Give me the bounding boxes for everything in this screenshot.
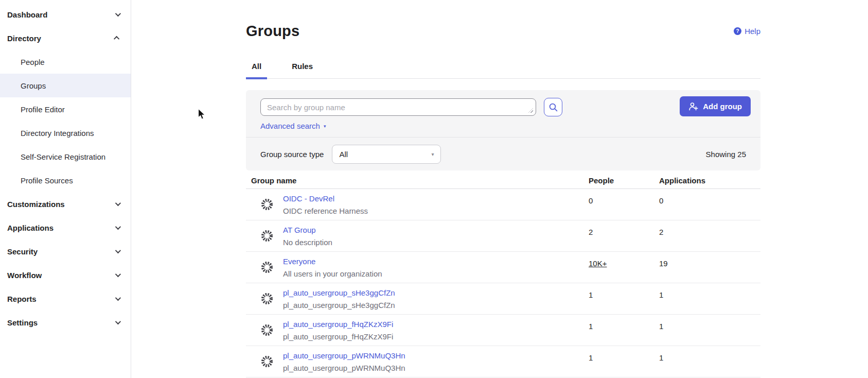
people-count-link[interactable]: 10K+ [589,259,607,268]
sidebar-item-label: Directory Integrations [21,129,94,138]
column-header-applications: Applications [659,176,760,185]
group-source-type-select[interactable]: All ▾ [332,145,441,164]
group-icon [260,292,274,305]
group-description: pl_auto_usergroup_sHe3ggCfZn [283,301,395,310]
search-button[interactable] [544,98,562,116]
filter-card: Add group Advanced search ▾ Group source… [246,90,760,170]
column-header-people: People [589,176,659,185]
caret-down-icon: ▾ [431,151,434,157]
group-name-link[interactable]: pl_auto_usergroup_fHqZKzX9Fi [283,320,393,329]
table-row: pl_auto_usergroup_fHqZKzX9Fi pl_auto_use… [246,315,760,346]
table-row: pl_auto_usergroup_sHe3ggCfZn pl_auto_use… [246,283,760,315]
sidebar-item-profile-editor[interactable]: Profile Editor [0,97,131,121]
sidebar-item-label: Dashboard [7,10,47,19]
advanced-search-link[interactable]: Advanced search ▾ [260,122,326,130]
group-name-link[interactable]: pl_auto_usergroup_pWRNMuQ3Hn [283,351,405,360]
sidebar-item-directory[interactable]: Directory [0,26,131,50]
sidebar-item-label: Reports [7,295,37,303]
chevron-down-icon [115,319,121,324]
search-section: Add group Advanced search ▾ [246,90,760,137]
sidebar-item-security[interactable]: Security [0,239,131,263]
search-input[interactable] [260,98,536,116]
group-icon [260,229,274,243]
people-count: 1 [589,315,659,346]
group-name-link[interactable]: AT Group [283,226,332,234]
group-icon [260,261,274,274]
people-count: 0 [589,189,659,220]
applications-count: 0 [659,189,760,220]
chevron-down-icon [115,200,121,206]
group-name-link[interactable]: pl_auto_usergroup_sHe3ggCfZn [283,288,395,297]
group-source-type-label: Group source type [260,150,324,159]
sidebar-item-groups[interactable]: Groups [0,74,131,97]
sidebar-item-reports[interactable]: Reports [0,287,131,311]
table-row: Everyone All users in your organization … [246,252,760,283]
sidebar-item-self-service-registration[interactable]: Self-Service Registration [0,145,131,168]
applications-count: 19 [659,252,760,283]
table-header: Group name People Applications [246,172,760,189]
group-description: pl_auto_usergroup_pWRNMuQ3Hn [283,364,405,372]
sidebar-item-label: Settings [7,318,38,327]
search-field-wrap [260,98,536,116]
sidebar-item-dashboard[interactable]: Dashboard [0,3,131,26]
table-row: OIDC - DevRel OIDC reference Harness 0 0 [246,189,760,220]
help-icon: ? [734,27,741,35]
group-name-link[interactable]: OIDC - DevRel [283,194,368,203]
tab-bar: All Rules [246,62,760,79]
table-row: pl_auto_usergroup_pWRNMuQ3Hn pl_auto_use… [246,346,760,377]
chevron-down-icon [115,271,121,277]
sidebar-item-workflow[interactable]: Workflow [0,263,131,287]
source-type-section: Group source type All ▾ Showing 25 [246,137,760,170]
mouse-cursor [198,108,206,121]
sidebar-item-label: Self-Service Registration [21,152,105,161]
sidebar-item-customizations[interactable]: Customizations [0,192,131,216]
applications-count: 2 [659,220,760,251]
people-count: 1 [589,283,659,314]
chevron-down-icon [115,295,121,301]
showing-count: Showing 25 [706,150,746,159]
applications-count: 1 [659,315,760,346]
people-count: 1 [589,346,659,377]
column-header-group-name: Group name [246,176,589,185]
group-icon [260,198,274,211]
chevron-down-icon [115,11,121,16]
add-group-icon [688,102,698,111]
add-group-button[interactable]: Add group [680,96,751,116]
sidebar-item-label: Workflow [7,271,42,280]
sidebar-item-profile-sources[interactable]: Profile Sources [0,168,131,192]
sidebar-item-label: Profile Editor [21,105,65,114]
help-link[interactable]: ? Help [734,27,760,36]
sidebar-item-label: People [21,58,45,66]
sidebar-item-label: Applications [7,224,54,232]
main-content: Groups ? Help All Rules [246,0,760,377]
groups-table: Group name People Applications OIDC - De… [246,172,760,377]
group-description: pl_auto_usergroup_fHqZKzX9Fi [283,332,393,341]
search-icon [548,102,558,112]
sidebar-item-directory-integrations[interactable]: Directory Integrations [0,121,131,145]
sidebar-item-applications[interactable]: Applications [0,216,131,239]
group-icon [260,355,274,368]
sidebar-item-people[interactable]: People [0,50,131,74]
table-row: AT Group No description 2 2 [246,220,760,252]
group-icon [260,323,274,337]
tab-rules[interactable]: Rules [286,62,318,78]
sidebar-item-label: Groups [21,81,46,90]
sidebar-item-label: Directory [7,34,41,43]
page-title: Groups [246,0,760,40]
advanced-search-label: Advanced search [260,122,320,130]
help-label: Help [745,27,760,36]
applications-count: 1 [659,346,760,377]
group-name-link[interactable]: Everyone [283,257,382,266]
caret-down-icon: ▾ [324,124,326,129]
add-group-label: Add group [703,102,742,111]
chevron-up-icon [114,36,119,42]
sidebar-item-label: Security [7,247,38,256]
sidebar-item-settings[interactable]: Settings [0,311,131,334]
tab-all[interactable]: All [246,62,267,79]
group-description: OIDC reference Harness [283,207,368,215]
chevron-down-icon [115,224,121,230]
selected-option: All [339,150,348,159]
chevron-down-icon [115,248,121,253]
sidebar-item-label: Customizations [7,200,65,209]
people-count: 2 [589,220,659,251]
